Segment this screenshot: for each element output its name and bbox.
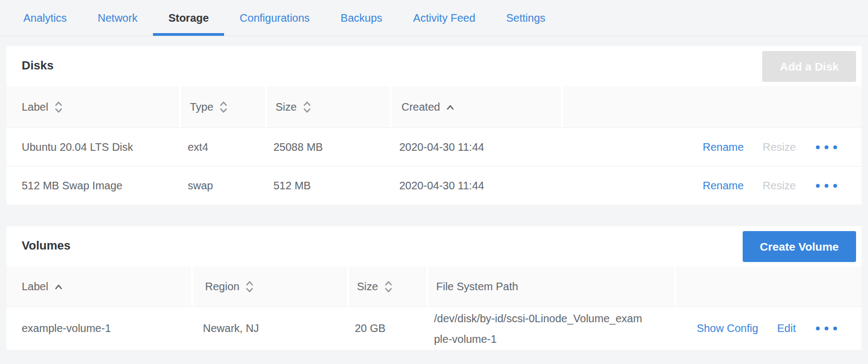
volume-label: example-volume-1 [7, 322, 191, 335]
disks-header: Disks Add a Disk [7, 46, 861, 85]
sort-both-icon [54, 100, 63, 114]
sort-both-icon [219, 100, 228, 114]
add-disk-button[interactable]: Add a Disk [762, 51, 856, 82]
disks-sort-size[interactable]: Size [265, 86, 390, 127]
show-config-button[interactable]: Show Config [697, 322, 758, 335]
disk-created: 2020-04-30 11:44 [390, 180, 561, 192]
disk-type: ext4 [179, 141, 265, 154]
tab-analytics[interactable]: Analytics [12, 0, 78, 36]
resize-button[interactable]: Resize [763, 141, 796, 154]
tab-configurations[interactable]: Configurations [229, 0, 321, 36]
file-system-path-text: /dev/disk/by-id/scsi-0Linode_Volume_exam… [434, 308, 647, 349]
disks-sort-type[interactable]: Type [179, 86, 265, 127]
volumes-sort-size[interactable]: Size [347, 266, 426, 306]
tab-storage[interactable]: Storage [157, 0, 219, 36]
column-header-text: File System Path [436, 280, 518, 293]
row-actions: Show Config Edit [674, 322, 861, 335]
rename-button[interactable]: Rename [703, 180, 744, 192]
row-actions: Rename Resize [561, 180, 861, 192]
volumes-sort-region[interactable]: Region [191, 266, 347, 306]
sort-asc-icon [54, 284, 63, 290]
volumes-title: Volumes [22, 239, 71, 253]
row-actions: Rename Resize [561, 141, 861, 154]
tab-network[interactable]: Network [87, 0, 148, 36]
disks-panel: Disks Add a Disk Label Type Size Created… [7, 46, 861, 205]
table-row: 512 MB Swap Image swap 512 MB 2020-04-30… [7, 166, 861, 205]
resize-button[interactable]: Resize [763, 180, 796, 192]
table-row: Ubuntu 20.04 LTS Disk ext4 25088 MB 2020… [7, 127, 861, 166]
action-menu-icon[interactable] [815, 181, 838, 191]
action-menu-icon[interactable] [815, 323, 838, 334]
volumes-table-header: Label Region Size File System Path [7, 265, 861, 306]
sort-both-icon [384, 280, 393, 293]
volume-path: /dev/disk/by-id/scsi-0Linode_Volume_exam… [426, 308, 674, 349]
disk-size: 512 MB [265, 180, 390, 192]
action-menu-icon[interactable] [815, 142, 838, 152]
rename-button[interactable]: Rename [703, 141, 744, 154]
column-header-text: Size [357, 280, 378, 293]
volumes-header: Volumes Create Volume [7, 226, 861, 265]
tab-bar: Analytics Network Storage Configurations… [0, 0, 868, 36]
column-header-text: Type [190, 101, 213, 113]
tab-backups[interactable]: Backups [330, 0, 393, 36]
table-row: example-volume-1 Newark, NJ 20 GB /dev/d… [7, 306, 861, 350]
sort-both-icon [303, 100, 311, 114]
volume-region: Newark, NJ [191, 322, 347, 335]
disk-created: 2020-04-30 11:44 [390, 141, 561, 154]
column-header-text: Region [205, 280, 239, 293]
column-header-text: Label [22, 280, 48, 293]
disks-actions-header [561, 86, 861, 127]
volumes-sort-label[interactable]: Label [7, 266, 191, 306]
column-header-text: Size [276, 101, 297, 113]
edit-button[interactable]: Edit [777, 322, 796, 335]
volumes-header-path: File System Path [426, 266, 674, 306]
disk-size: 25088 MB [265, 141, 390, 154]
volumes-panel: Volumes Create Volume Label Region Size … [7, 226, 861, 350]
create-volume-button[interactable]: Create Volume [743, 231, 857, 262]
column-header-text: Label [22, 101, 48, 113]
disk-label: Ubuntu 20.04 LTS Disk [7, 141, 179, 154]
disks-sort-created[interactable]: Created [390, 86, 561, 127]
disks-sort-label[interactable]: Label [7, 86, 179, 127]
disk-type: swap [179, 180, 265, 192]
volume-size: 20 GB [347, 322, 426, 335]
sort-both-icon [245, 280, 254, 293]
disk-label: 512 MB Swap Image [7, 180, 179, 192]
sort-asc-icon [446, 104, 455, 110]
disks-table-header: Label Type Size Created [7, 85, 861, 127]
volumes-actions-header [674, 266, 861, 306]
tab-activity-feed[interactable]: Activity Feed [403, 0, 486, 36]
column-header-text: Created [401, 101, 440, 113]
tab-settings[interactable]: Settings [495, 0, 556, 36]
disks-title: Disks [22, 59, 54, 73]
